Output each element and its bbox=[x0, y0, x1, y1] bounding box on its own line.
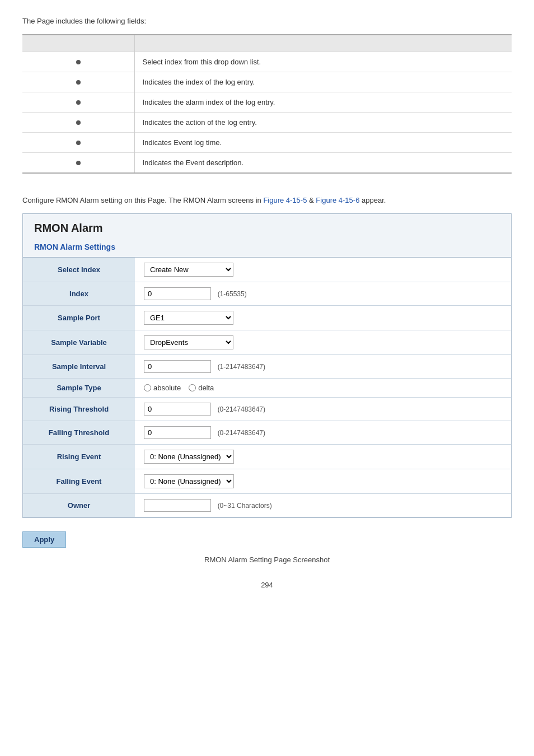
bullet-5 bbox=[76, 141, 81, 145]
log-field-desc-1: Select index from this drop down list. bbox=[134, 52, 512, 72]
row-rising-threshold: Rising Threshold (0-2147483647) bbox=[23, 397, 511, 421]
log-fields-table: Select index from this drop down list. I… bbox=[22, 34, 512, 174]
rising-event-dropdown[interactable]: 0: None (Unassigned) bbox=[144, 450, 234, 464]
owner-input[interactable] bbox=[144, 499, 211, 512]
radio-delta-text: delta bbox=[198, 384, 214, 392]
falling-threshold-range-hint: (0-2147483647) bbox=[218, 429, 265, 437]
radio-absolute-text: absolute bbox=[153, 384, 181, 392]
rmon-alarm-box: RMON Alarm RMON Alarm Settings Select In… bbox=[22, 213, 512, 518]
figure-link-2[interactable]: Figure 4-15-6 bbox=[316, 196, 359, 204]
row-sample-type: Sample Type absolute delta bbox=[23, 378, 511, 397]
bullet-4 bbox=[76, 120, 81, 125]
radio-delta-label[interactable]: delta bbox=[189, 384, 214, 392]
log-field-desc-5: Indicates Event log time. bbox=[134, 132, 512, 152]
index-range-hint: (1-65535) bbox=[218, 290, 247, 298]
row-owner: Owner (0~31 Charactors) bbox=[23, 493, 511, 517]
label-owner: Owner bbox=[23, 493, 135, 517]
select-index-dropdown[interactable]: Create New bbox=[144, 263, 233, 277]
label-sample-interval: Sample Interval bbox=[23, 354, 135, 378]
radio-absolute-label[interactable]: absolute bbox=[144, 384, 181, 392]
falling-event-dropdown[interactable]: 0: None (Unassigned) bbox=[144, 474, 234, 488]
rmon-alarm-title: RMON Alarm bbox=[23, 214, 511, 240]
log-field-desc-4: Indicates the action of the log entry. bbox=[134, 112, 512, 132]
sample-port-dropdown[interactable]: GE1 bbox=[144, 311, 233, 325]
label-rising-threshold: Rising Threshold bbox=[23, 397, 135, 421]
label-falling-threshold: Falling Threshold bbox=[23, 421, 135, 444]
intro-text: The Page includes the following fields: bbox=[22, 17, 512, 25]
bullet-6 bbox=[76, 161, 81, 165]
row-select-index: Select Index Create New bbox=[23, 258, 511, 282]
bullet-2 bbox=[76, 80, 81, 85]
bullet-1 bbox=[76, 60, 81, 64]
rising-threshold-input[interactable] bbox=[144, 403, 211, 416]
row-sample-port: Sample Port GE1 bbox=[23, 305, 511, 330]
log-field-desc-2: Indicates the index of the log entry. bbox=[134, 72, 512, 92]
row-rising-event: Rising Event 0: None (Unassigned) bbox=[23, 444, 511, 469]
label-sample-port: Sample Port bbox=[23, 305, 135, 330]
row-sample-variable: Sample Variable DropEvents bbox=[23, 330, 511, 354]
label-rising-event: Rising Event bbox=[23, 444, 135, 469]
owner-range-hint: (0~31 Charactors) bbox=[218, 502, 272, 510]
row-index: Index (1-65535) bbox=[23, 282, 511, 305]
rmon-settings-table: Select Index Create New Index (1-65535) … bbox=[23, 258, 511, 517]
label-falling-event: Falling Event bbox=[23, 469, 135, 493]
label-sample-type: Sample Type bbox=[23, 378, 135, 397]
figure-link-1[interactable]: Figure 4-15-5 bbox=[263, 196, 307, 204]
apply-button[interactable]: Apply bbox=[22, 531, 66, 548]
row-sample-interval: Sample Interval (1-2147483647) bbox=[23, 354, 511, 378]
row-falling-threshold: Falling Threshold (0-2147483647) bbox=[23, 421, 511, 444]
index-input[interactable] bbox=[144, 287, 211, 300]
sample-variable-dropdown[interactable]: DropEvents bbox=[144, 335, 233, 349]
sample-type-radio-group: absolute delta bbox=[144, 384, 503, 392]
radio-absolute[interactable] bbox=[144, 384, 151, 391]
log-field-desc-3: Indicates the alarm index of the log ent… bbox=[134, 92, 512, 112]
page-caption: RMON Alarm Setting Page Screenshot bbox=[22, 556, 512, 564]
row-falling-event: Falling Event 0: None (Unassigned) bbox=[23, 469, 511, 493]
label-sample-variable: Sample Variable bbox=[23, 330, 135, 354]
rmon-alarm-subtitle: RMON Alarm Settings bbox=[23, 240, 511, 258]
rising-threshold-range-hint: (0-2147483647) bbox=[218, 405, 265, 413]
configure-text: Configure RMON Alarm setting on this Pag… bbox=[22, 196, 512, 204]
sample-interval-range-hint: (1-2147483647) bbox=[218, 363, 265, 371]
log-field-desc-6: Indicates the Event description. bbox=[134, 152, 512, 173]
falling-threshold-input[interactable] bbox=[144, 426, 211, 439]
label-index: Index bbox=[23, 282, 135, 305]
radio-delta[interactable] bbox=[189, 384, 196, 391]
bullet-3 bbox=[76, 100, 81, 105]
label-select-index: Select Index bbox=[23, 258, 135, 282]
page-number: 294 bbox=[22, 581, 512, 589]
sample-interval-input[interactable] bbox=[144, 360, 211, 373]
